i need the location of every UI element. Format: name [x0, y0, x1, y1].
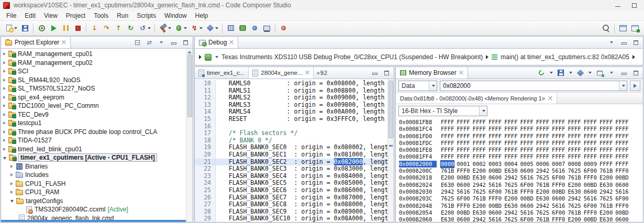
memory-cell[interactable]: FFFF — [615, 119, 628, 126]
memory-cell[interactable]: FFF0 — [552, 182, 565, 188]
memory-cell[interactable]: 0004 — [504, 161, 517, 168]
memory-cell[interactable]: 7625 — [504, 216, 517, 222]
project-explorer-scrollbar[interactable] — [186, 49, 193, 222]
memory-cell[interactable]: FFFF — [552, 126, 565, 132]
memory-cell[interactable]: 00BD — [457, 174, 470, 181]
memory-cell[interactable]: E200 — [568, 216, 581, 222]
memory-cell[interactable]: FFFF — [568, 126, 581, 132]
memory-cell[interactable]: FFFF — [488, 140, 502, 147]
memory-cell[interactable]: FFFF — [473, 133, 486, 140]
toolbar-breakpoints-button[interactable] — [249, 22, 261, 34]
memory-row-0x00082030[interactable]: 0x000820302942561676256F00761BFFF0E20000… — [399, 188, 643, 195]
memory-cell[interactable]: FFFF — [584, 147, 597, 153]
memory-cell[interactable]: FFFF — [520, 126, 533, 132]
memory-cell[interactable]: 00BD — [584, 182, 597, 188]
memory-cell[interactable]: 5616 — [520, 174, 533, 181]
tree-item-spi-ex4-eeprom[interactable]: spi_ex4_eeprom — [1, 93, 186, 102]
memory-cell[interactable]: 2942 — [536, 203, 549, 209]
editor-tab-timer-ex1-c[interactable]: timer_ex1_c... — [195, 67, 249, 79]
tree-item-sl-tms570ls1227-noos[interactable]: SL_TMS570LS1227_NoOS — [1, 84, 186, 93]
memory-cell[interactable]: FFFF — [520, 133, 533, 140]
close-icon[interactable] — [62, 40, 66, 44]
memory-cell[interactable]: FFFF — [488, 147, 502, 153]
memory-cell[interactable]: 7625 — [536, 209, 549, 216]
memory-cell[interactable]: FFF0 — [584, 209, 597, 216]
memory-row-0x00081FF4[interactable]: 0x00081FF4FFFFFFFFFFFFFFFFFFFFFFFFFFFFFF… — [399, 153, 643, 160]
memory-cell[interactable]: FFFF — [488, 119, 502, 126]
scroll-up-icon[interactable] — [187, 51, 192, 53]
more-editors-chevron[interactable]: »92 — [314, 67, 331, 79]
memory-cell[interactable]: 6F00 — [584, 168, 597, 174]
memory-cell[interactable]: FFFF — [568, 119, 581, 126]
memory-cell[interactable]: 5616 — [584, 195, 597, 202]
dropdown-button[interactable] — [429, 81, 437, 91]
memory-cell[interactable]: E200 — [599, 209, 613, 216]
twistie-icon[interactable] — [3, 139, 6, 142]
twistie-icon[interactable] — [10, 165, 13, 168]
minimize-view-button[interactable] — [370, 69, 379, 77]
toolbar-terminate-button[interactable] — [72, 22, 84, 34]
project-tree[interactable]: RAM_management_cpu01RAM_management_cpu02… — [1, 49, 186, 222]
toolbar-save-button[interactable] — [19, 22, 31, 34]
memory-cell[interactable]: FFFF — [536, 147, 549, 153]
memory-cell[interactable]: 5616 — [457, 188, 470, 195]
memory-cell[interactable]: 0001 — [457, 161, 470, 168]
maximize-view-button[interactable] — [631, 38, 640, 47]
memory-cell[interactable]: 00BD — [552, 188, 565, 195]
memory-cell[interactable]: 00BD — [584, 216, 597, 222]
tree-item-timer-ex1-cputimers-active-cpu1-flash[interactable]: timer_ex1_cputimers [Active - CPU1_FLASH… — [1, 153, 186, 162]
memory-cell[interactable]: FFF0 — [615, 168, 628, 174]
memory-cell[interactable]: FFFF — [615, 133, 628, 140]
memory-cell[interactable]: 5616 — [488, 182, 502, 188]
memory-cell[interactable]: 7625 — [599, 195, 613, 202]
memory-cell[interactable]: FFF0 — [457, 203, 470, 209]
memory-cell[interactable]: 0007 — [552, 161, 565, 168]
memory-cell[interactable]: FFFF — [457, 133, 470, 140]
twistie-icon[interactable] — [3, 130, 6, 133]
twistie-icon[interactable] — [3, 121, 6, 125]
memory-cell[interactable]: FFFF — [552, 133, 565, 140]
memory-cell[interactable]: 7625 — [536, 174, 549, 181]
memory-cell[interactable]: FFFF — [615, 147, 628, 153]
toolbar-console-button[interactable] — [261, 22, 273, 34]
memory-cell[interactable]: E200 — [441, 174, 454, 181]
refresh-memory-button[interactable] — [537, 69, 546, 77]
memory-cell[interactable]: 6F00 — [520, 182, 533, 188]
memory-cell[interactable]: 6F00 — [552, 174, 565, 181]
twistie-icon[interactable] — [10, 200, 14, 203]
memory-cell[interactable]: FFFF — [457, 153, 470, 160]
toolbar-build-button[interactable] — [157, 22, 173, 34]
memory-cell[interactable]: 0600 — [457, 216, 470, 222]
tree-item-tdc1000-level-pc-commn[interactable]: TDC1000_level_PC_Commn — [1, 102, 186, 110]
toolbar-load-program-button[interactable] — [204, 22, 220, 34]
memory-cell[interactable]: FFFF — [568, 133, 581, 140]
tree-item-includes[interactable]: Includes — [1, 171, 186, 180]
memory-row-0x00082018[interactable]: 0x00082018E20000BDE63006002942561676256F… — [399, 174, 643, 181]
toolbar-memory-button[interactable] — [237, 22, 249, 34]
memory-cell[interactable]: FFFF — [504, 119, 517, 126]
memory-cell[interactable]: FFF0 — [488, 195, 502, 202]
memory-cell[interactable]: FFFF — [504, 140, 517, 147]
tree-item-cpu1-flash[interactable]: CPU1_FLASH — [1, 180, 186, 188]
memory-cell[interactable]: 761B — [599, 203, 613, 209]
memory-cell[interactable]: FFFF — [536, 133, 549, 140]
toolbar-registers-button[interactable] — [225, 22, 237, 34]
memory-cell[interactable]: FFFF — [441, 126, 454, 132]
maximize-view-button[interactable] — [181, 38, 190, 47]
tree-item-ram-management-cpu01[interactable]: RAM_management_cpu01 — [1, 50, 186, 59]
memory-cell[interactable]: FFFF — [504, 126, 517, 132]
memory-cell[interactable]: FFFF — [488, 153, 502, 160]
memory-cell[interactable]: FFFF — [615, 126, 628, 132]
memory-cell[interactable]: E200 — [473, 203, 486, 209]
toolbar-resume-button[interactable] — [48, 22, 60, 34]
memory-cell[interactable]: 761B — [599, 168, 613, 174]
menu-scripts[interactable]: Scripts — [132, 10, 160, 20]
memory-row-0x00082054[interactable]: 0x00082054E20000BDE63006002942561676256F… — [399, 209, 643, 216]
twistie-icon[interactable] — [10, 191, 13, 194]
memory-cell[interactable]: FFFF — [441, 119, 454, 126]
close-icon[interactable] — [305, 71, 309, 75]
memory-cell[interactable]: FFFF — [441, 153, 454, 160]
tree-item-sci[interactable]: SCI — [1, 67, 186, 76]
memory-cell[interactable]: 6F00 — [488, 188, 502, 195]
memory-cell[interactable]: 7625 — [504, 182, 517, 188]
